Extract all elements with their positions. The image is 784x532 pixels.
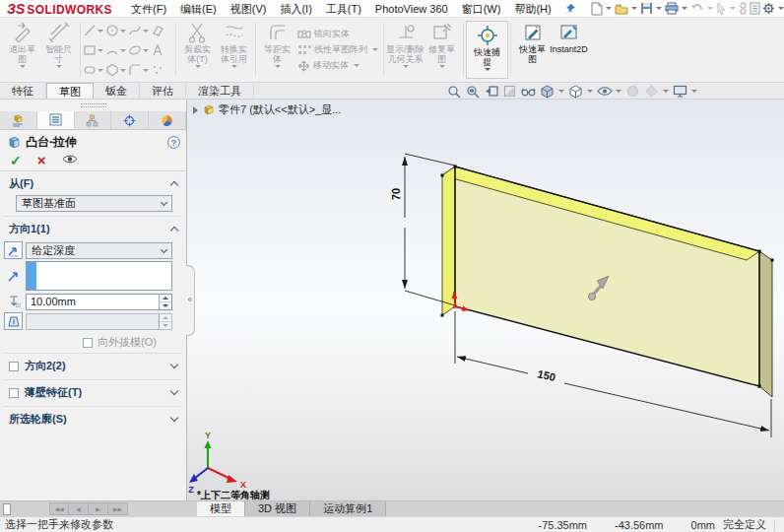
tree-root-label[interactable]: 零件7 (默认<<默认>_显... bbox=[219, 102, 341, 117]
zoom-fit-icon[interactable] bbox=[445, 85, 462, 99]
tab-sheet-metal[interactable]: 钣金 bbox=[94, 83, 140, 99]
tab-display-manager[interactable] bbox=[149, 111, 186, 129]
hide-show-items-icon[interactable] bbox=[596, 85, 613, 99]
point-tool-icon[interactable] bbox=[151, 63, 164, 77]
caret[interactable] bbox=[682, 7, 687, 10]
section-selected-contours-header[interactable]: 所选轮廓(S) bbox=[0, 407, 186, 430]
caret[interactable] bbox=[616, 90, 621, 93]
menu-view[interactable]: 视图(V) bbox=[224, 0, 274, 18]
caret[interactable] bbox=[631, 7, 637, 10]
section-from-header[interactable]: 从(F) bbox=[0, 171, 186, 194]
quick-snaps-button[interactable]: 快速捕捉 bbox=[469, 23, 505, 77]
offset-entities-button[interactable]: 等距实体 bbox=[259, 20, 295, 80]
tab-evaluate[interactable]: 评估 bbox=[140, 83, 186, 99]
fillet-tool-icon[interactable] bbox=[128, 63, 149, 77]
menu-tools[interactable]: 工具(T) bbox=[319, 0, 368, 18]
display-style-icon[interactable] bbox=[567, 85, 584, 99]
menu-insert[interactable]: 插入(I) bbox=[273, 0, 318, 18]
draft-outward-checkbox[interactable] bbox=[83, 338, 93, 348]
flyout-feature-tree[interactable]: 零件7 (默认<<默认>_显... bbox=[193, 102, 341, 117]
tab-sketch[interactable]: 草图 bbox=[46, 83, 94, 99]
caret[interactable] bbox=[606, 7, 612, 10]
tab-3d-views[interactable]: 3D 视图 bbox=[245, 501, 310, 516]
tab-model[interactable]: 模型 bbox=[197, 501, 245, 516]
spline-tool-icon[interactable] bbox=[128, 24, 149, 37]
convert-entities-button[interactable]: 转换实体引用 bbox=[216, 20, 252, 80]
view-orientation-icon[interactable] bbox=[539, 85, 555, 99]
direction-reference-listbox[interactable] bbox=[26, 261, 172, 291]
pin-menubar-icon[interactable] bbox=[564, 3, 576, 15]
new-document-icon[interactable] bbox=[591, 1, 603, 16]
direction2-checkbox[interactable] bbox=[9, 362, 19, 371]
instant2d-button[interactable]: Instant2D bbox=[551, 20, 587, 80]
spinner-down-button[interactable] bbox=[160, 301, 171, 309]
section-view-icon bbox=[501, 85, 518, 99]
panel-resize-grip[interactable] bbox=[81, 103, 106, 107]
rapid-sketch-button[interactable]: 快速草图 bbox=[514, 20, 551, 80]
previous-view-icon[interactable] bbox=[483, 85, 499, 99]
help-icon[interactable]: ? bbox=[167, 136, 180, 149]
extrude-preview-body[interactable] bbox=[441, 166, 774, 398]
menu-file[interactable]: 文件(F) bbox=[124, 0, 173, 18]
report-icon[interactable] bbox=[750, 1, 760, 16]
tab-feature-manager[interactable] bbox=[0, 111, 37, 129]
menu-edit[interactable]: 编辑(E) bbox=[173, 0, 224, 18]
open-document-icon[interactable] bbox=[615, 1, 628, 16]
plane-tool-icon[interactable] bbox=[151, 24, 164, 37]
caret[interactable] bbox=[691, 90, 697, 93]
circle-tool-icon[interactable] bbox=[105, 24, 126, 37]
tab-features[interactable]: 特征 bbox=[0, 83, 46, 99]
tab-motion-study[interactable]: 运动算例1 bbox=[310, 501, 386, 516]
depth-field[interactable]: 10.00mm bbox=[26, 294, 172, 310]
polygon-tool-icon[interactable] bbox=[105, 63, 126, 77]
display-relations-button[interactable]: 显示/删除几何关系 bbox=[387, 20, 424, 80]
mirror-entities-button[interactable]: 镜向实体 bbox=[297, 28, 378, 40]
menu-help[interactable]: 帮助(H) bbox=[507, 0, 557, 18]
options-gear-icon[interactable] bbox=[762, 1, 775, 16]
cancel-button[interactable]: × bbox=[37, 155, 46, 166]
direction2-header-label: 方向2(2) bbox=[25, 359, 66, 373]
spinner-up-button[interactable] bbox=[160, 295, 171, 301]
menu-window[interactable]: 窗口(W) bbox=[455, 0, 508, 18]
section-thin-feature-header[interactable]: 薄壁特征(T) bbox=[0, 380, 186, 403]
print-icon[interactable] bbox=[665, 1, 679, 16]
pane-splitter[interactable] bbox=[3, 503, 11, 515]
smart-dimension-button[interactable]: 智能尺寸 bbox=[40, 20, 77, 80]
tab-configuration-manager[interactable] bbox=[75, 111, 112, 129]
caret[interactable] bbox=[587, 90, 593, 93]
end-condition-select[interactable]: 给定深度 bbox=[26, 242, 172, 259]
tab-render-tools[interactable]: 渲染工具 bbox=[186, 83, 254, 99]
section-direction1-header[interactable]: 方向1(1) bbox=[0, 217, 186, 239]
caret[interactable] bbox=[558, 90, 564, 93]
preview-eye-icon[interactable] bbox=[62, 154, 78, 166]
thin-feature-checkbox[interactable] bbox=[9, 388, 19, 398]
menu-photoview[interactable]: PhotoView 360 bbox=[368, 0, 455, 18]
view-selector-icon[interactable] bbox=[520, 85, 537, 99]
ellipse-tool-icon[interactable] bbox=[128, 43, 149, 57]
view-settings-icon[interactable] bbox=[672, 85, 688, 99]
section-direction2-header[interactable]: 方向2(2) bbox=[0, 354, 186, 376]
tab-property-manager[interactable] bbox=[37, 111, 75, 129]
linear-pattern-button[interactable]: 线性草图阵列 bbox=[297, 43, 378, 56]
caret[interactable] bbox=[778, 7, 784, 10]
repair-sketch-button[interactable]: 修复草图 bbox=[424, 20, 460, 80]
from-plane-select[interactable]: 草图基准面 bbox=[16, 195, 172, 212]
trim-entities-button[interactable]: 剪裁实体(T) bbox=[179, 20, 216, 80]
line-tool-icon[interactable] bbox=[83, 24, 103, 37]
move-entities-button[interactable]: 移动实体 bbox=[297, 59, 378, 72]
caret[interactable] bbox=[656, 7, 662, 10]
confirm-button[interactable]: ✓ bbox=[10, 155, 22, 166]
exit-sketch-button[interactable]: 退出草图 bbox=[4, 20, 40, 80]
expand-arrow-icon[interactable] bbox=[193, 106, 198, 114]
text-tool-icon[interactable] bbox=[151, 43, 164, 57]
save-icon[interactable] bbox=[640, 1, 653, 16]
tab-dimxpert-manager[interactable] bbox=[111, 111, 149, 129]
zoom-area-icon[interactable] bbox=[464, 85, 481, 99]
graphics-viewport[interactable]: 70 150 bbox=[187, 100, 784, 500]
slot-tool-icon[interactable] bbox=[83, 63, 103, 77]
rectangle-tool-icon[interactable] bbox=[83, 43, 103, 57]
arc-tool-icon[interactable] bbox=[105, 43, 126, 57]
draft-button[interactable] bbox=[4, 312, 23, 330]
panel-collapse-handle[interactable] bbox=[186, 265, 195, 336]
reverse-direction-button[interactable] bbox=[4, 241, 23, 259]
